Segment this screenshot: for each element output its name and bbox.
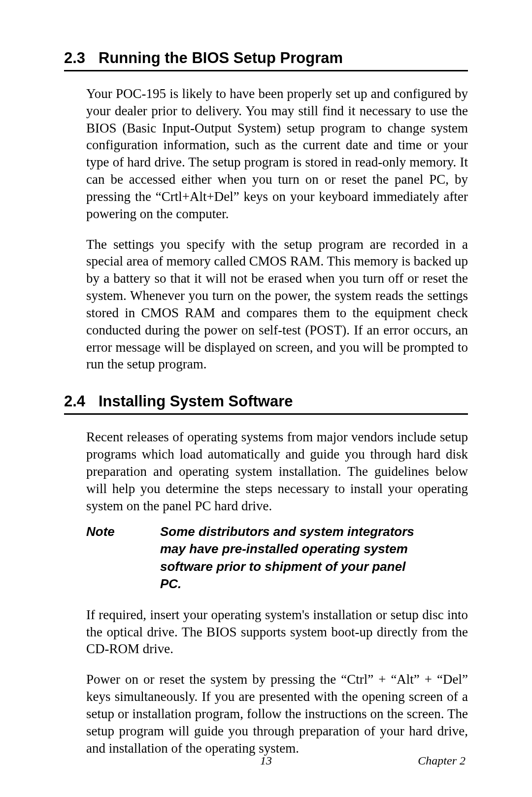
section-number: 2.4 <box>64 393 99 410</box>
note-label: Note <box>86 523 160 592</box>
note-block: Note Some distributors and system integr… <box>86 523 468 592</box>
paragraph: The settings you specify with the setup … <box>86 236 468 373</box>
page-number: 13 <box>260 754 272 767</box>
document-page: 2.3 Running the BIOS Setup Program Your … <box>0 0 532 797</box>
paragraph: Your POC-195 is likely to have been prop… <box>86 85 468 223</box>
page-footer: 13 Chapter 2 <box>64 754 468 767</box>
paragraph: Recent releases of operating systems fro… <box>86 429 468 514</box>
section-title: Installing System Software <box>99 393 293 410</box>
section-heading-2-4: 2.4 Installing System Software <box>64 393 468 415</box>
section-heading-2-3: 2.3 Running the BIOS Setup Program <box>64 49 468 71</box>
chapter-label: Chapter 2 <box>418 754 466 767</box>
paragraph: Power on or reset the system by pressing… <box>86 671 468 757</box>
note-text: Some distributors and system integrators… <box>160 523 468 592</box>
section-number: 2.3 <box>64 49 99 67</box>
section-title: Running the BIOS Setup Program <box>99 49 343 67</box>
paragraph: If required, insert your operating syste… <box>86 606 468 658</box>
